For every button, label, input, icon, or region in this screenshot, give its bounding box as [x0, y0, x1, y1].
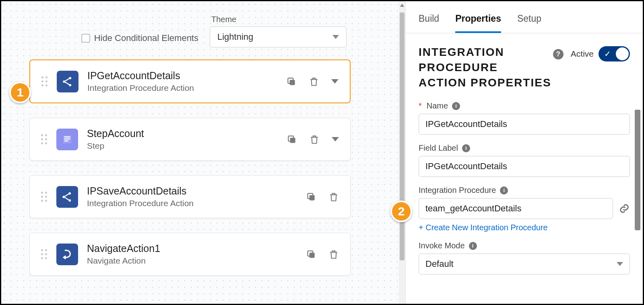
step-icon: [56, 129, 78, 150]
name-label: Name: [427, 101, 448, 111]
link-icon[interactable]: [619, 203, 630, 214]
copy-icon[interactable]: [306, 249, 316, 260]
navigate-icon: [56, 244, 78, 265]
integration-procedure-label: Integration Procedure: [419, 186, 496, 195]
drag-handle[interactable]: [41, 134, 49, 144]
canvas-top-controls: Hide Conditional Elements Theme Lightnin…: [9, 15, 347, 47]
expand-icon[interactable]: [332, 137, 339, 141]
svg-rect-3: [290, 80, 295, 85]
copy-icon[interactable]: [306, 192, 316, 202]
svg-point-2: [69, 84, 71, 86]
svg-rect-6: [290, 137, 295, 143]
theme-select[interactable]: Lightning: [210, 27, 347, 47]
tab-setup[interactable]: Setup: [517, 8, 541, 33]
canvas-area: 1 Hide Conditional Elements Theme Lightn…: [1, 1, 399, 304]
drag-handle[interactable]: [41, 192, 49, 202]
card-subtitle: Integration Procedure Action: [87, 83, 286, 93]
card-subtitle: Integration Procedure Action: [87, 199, 306, 208]
svg-point-1: [69, 77, 71, 79]
integration-procedure-icon: [56, 186, 78, 208]
card-subtitle: Navigate Action: [87, 256, 306, 266]
delete-icon[interactable]: [328, 249, 339, 260]
canvas-scrollbar[interactable]: [399, 1, 405, 304]
element-ip-save-account-details[interactable]: IPSaveAccountDetails Integration Procedu…: [29, 175, 351, 218]
invoke-mode-value: Default: [425, 259, 454, 269]
element-ip-get-account-details[interactable]: IPGetAccountDetails Integration Procedur…: [29, 59, 351, 103]
tab-properties[interactable]: Properties: [455, 8, 501, 33]
tab-build[interactable]: Build: [419, 8, 439, 33]
card-title: NavigateAction1: [87, 243, 306, 254]
chevron-down-icon: [332, 35, 339, 39]
svg-rect-11: [310, 195, 315, 200]
copy-icon[interactable]: [286, 76, 297, 87]
card-title: IPGetAccountDetails: [87, 70, 286, 82]
drag-handle[interactable]: [41, 249, 49, 259]
expand-icon[interactable]: [331, 79, 339, 84]
card-subtitle: Step: [87, 141, 287, 151]
delete-icon[interactable]: [328, 192, 339, 202]
create-new-ip-link[interactable]: + Create New Integration Procedure: [419, 223, 548, 232]
panel-scrollbar[interactable]: [635, 1, 640, 304]
card-title: StepAccount: [87, 128, 287, 139]
hide-conditional-label: Hide Conditional Elements: [94, 33, 198, 43]
active-toggle[interactable]: ✓: [599, 46, 630, 61]
integration-procedure-input[interactable]: [419, 198, 613, 219]
panel-title: INTEGRATION PROCEDURE ACTION PROPERTIES: [419, 45, 551, 90]
svg-rect-13: [310, 252, 315, 258]
panel-tabs: Build Properties Setup: [406, 8, 643, 33]
invoke-mode-label: Invoke Mode: [419, 241, 465, 250]
field-label-label: Field Label: [419, 143, 458, 153]
theme-label: Theme: [211, 15, 347, 24]
svg-point-9: [68, 192, 71, 194]
info-icon[interactable]: i: [462, 144, 470, 152]
element-navigate-action-1[interactable]: NavigateAction1 Navigate Action: [29, 233, 351, 276]
info-icon[interactable]: i: [469, 242, 477, 250]
invoke-mode-select[interactable]: Default: [419, 254, 630, 274]
element-step-account[interactable]: StepAccount Step: [29, 118, 351, 161]
svg-point-8: [62, 196, 65, 198]
chevron-down-icon: [617, 262, 623, 266]
active-toggle-label: Active: [571, 49, 594, 59]
copy-icon[interactable]: [287, 134, 297, 145]
card-title: IPSaveAccountDetails: [87, 185, 306, 197]
delete-icon[interactable]: [309, 134, 320, 145]
drag-handle[interactable]: [41, 76, 50, 86]
delete-icon[interactable]: [309, 76, 319, 87]
help-icon[interactable]: ?: [553, 49, 564, 59]
hide-conditional-checkbox[interactable]: [81, 34, 90, 43]
callout-badge-1: 1: [9, 82, 31, 103]
name-input[interactable]: [419, 114, 630, 135]
svg-point-0: [63, 80, 65, 83]
info-icon[interactable]: i: [452, 102, 460, 110]
properties-panel: Build Properties Setup INTEGRATION PROCE…: [405, 1, 643, 304]
callout-badge-2: 2: [390, 201, 412, 222]
theme-select-value: Lightning: [217, 32, 253, 42]
field-label-input[interactable]: [419, 156, 630, 177]
integration-procedure-icon: [57, 71, 78, 92]
info-icon[interactable]: i: [500, 186, 508, 194]
svg-point-10: [68, 199, 71, 201]
